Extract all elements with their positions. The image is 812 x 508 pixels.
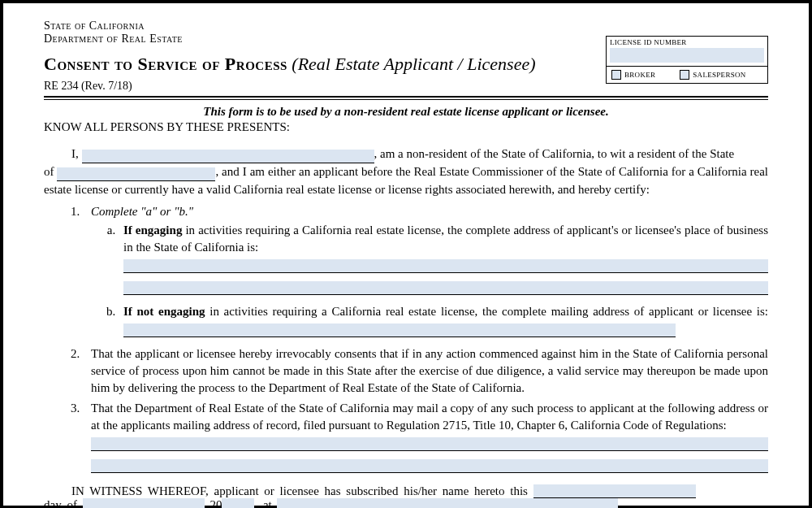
twenty-text: 20 [209,498,222,508]
process-address-field-1[interactable] [91,437,768,451]
witness-blank-1[interactable] [533,484,696,498]
license-id-field[interactable] [610,48,764,63]
process-address-field-2[interactable] [91,459,768,473]
salesperson-option: SALESPERSON [680,70,745,80]
state-line: State of California [44,20,768,33]
at-location-field[interactable] [277,498,618,508]
broker-option: BROKER [611,70,655,80]
declaration-paragraph: I, , am a non-resident of the State of C… [44,145,768,198]
item-1b: If not engaging in activities requiring … [119,303,768,337]
month-field[interactable] [83,498,205,508]
salesperson-label: SALESPERSON [693,71,745,79]
title-block: Consent to Service of Process (Real Esta… [44,54,606,93]
sublist-ab: If engaging in activities requiring a Ca… [91,222,768,337]
applicant-name-field[interactable] [82,150,374,163]
i-text: I, [71,147,79,160]
form-page: State of California Department of Real E… [3,3,809,506]
day-of-text: day of [44,498,77,508]
witness-clause: IN WITNESS WHEREOF, applicant or license… [44,484,768,508]
item-1a: If engaging in activities requiring a Ca… [119,222,768,295]
business-address-field-2[interactable] [123,281,768,295]
b-bold: If not engaging [123,305,205,318]
salesperson-checkbox[interactable] [680,70,689,80]
resident-state-field[interactable] [57,167,215,181]
item-2: That the applicant or licensee hereby ir… [83,345,768,397]
know-all-persons: KNOW ALL PERSONS BY THESE PRESENTS: [44,120,768,134]
year-field[interactable] [222,498,254,508]
b-rest: in activities requiring a California rea… [205,305,768,318]
title-row: Consent to Service of Process (Real Esta… [44,54,768,93]
form-number: RE 234 (Rev. 7/18) [44,80,606,93]
title-main: Consent to Service of Process [44,54,287,74]
witness-lead: IN WITNESS WHEREOF, applicant or license… [71,484,528,497]
broker-checkbox[interactable] [611,70,621,80]
item2-text: That the applicant or licensee hereby ir… [91,347,768,394]
p1-tail: , am a non-resident of the State of Cali… [374,147,735,160]
a-bold: If engaging [123,224,182,237]
license-id-box: LICENSE ID NUMBER BROKER SALESPERSON [606,36,768,84]
item-1: Complete "a" or "b." If engaging in acti… [83,203,768,337]
broker-label: BROKER [624,71,655,79]
license-type-row: BROKER SALESPERSON [607,66,767,83]
intro-note: This form is to be used by a non-residen… [44,105,768,119]
license-id-label: LICENSE ID NUMBER [607,37,767,48]
item-3: That the Department of Real Estate of th… [83,400,768,473]
comma-at: , at [254,498,271,508]
a-rest: in activities requiring a California rea… [123,224,768,254]
item3-text: That the Department of Real Estate of th… [91,402,768,432]
divider-rule [44,96,768,100]
title-sub: (Real Estate Applicant / Licensee) [292,54,535,74]
business-address-field-1[interactable] [123,259,768,273]
form-title: Consent to Service of Process (Real Esta… [44,54,606,75]
mailing-address-field[interactable] [123,323,676,337]
certification-list: Complete "a" or "b." If engaging in acti… [44,203,768,473]
item1-instruction: Complete "a" or "b." [91,205,193,218]
of-text: of [44,165,54,178]
